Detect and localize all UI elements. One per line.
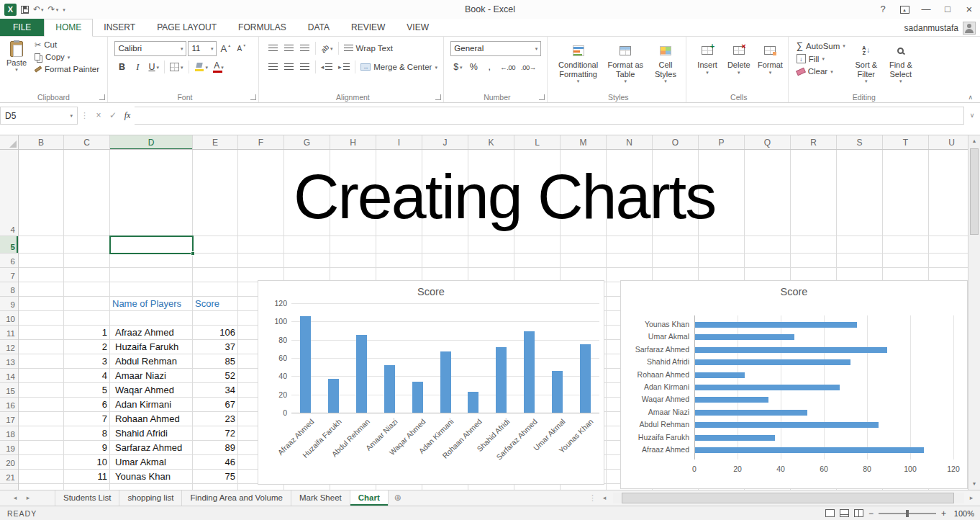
cut-button[interactable]: ✂Cut [32,40,101,50]
align-middle-button[interactable] [282,41,296,56]
sheet-tab-shopping-list[interactable]: shopping list [119,490,182,506]
row-header-12[interactable]: 12 [0,340,18,354]
zoom-slider-thumb[interactable] [906,510,909,517]
maximize-button[interactable]: □ [937,0,958,19]
chart-bar[interactable] [695,347,887,353]
percent-style-button[interactable]: % [466,60,481,75]
horizontal-scroll-thumb[interactable] [622,493,954,503]
cell-D15[interactable]: Waqar Ahmed [110,383,193,398]
cell-D9[interactable]: Name of Players [110,297,193,311]
row-header-14[interactable]: 14 [0,369,18,383]
copy-button[interactable]: Copy▾ [32,52,101,62]
cell-D12[interactable]: Huzaifa Farukh [110,340,193,354]
vertical-scroll-thumb[interactable] [970,148,979,235]
insert-cells-button[interactable]: Insert ▾ [693,40,722,75]
autosum-button[interactable]: ∑AutoSum▾ [794,40,848,51]
column-header-K[interactable]: K [468,135,514,150]
font-name-combo[interactable]: Calibri▾ [114,41,186,56]
cell-C17[interactable]: 7 [64,412,110,426]
column-header-H[interactable]: H [330,135,376,150]
ribbon-tab-page-layout[interactable]: PAGE LAYOUT [146,19,227,36]
column-header-B[interactable]: B [19,135,64,150]
column-header-I[interactable]: I [376,135,422,150]
column-header-G[interactable]: G [284,135,330,150]
sheet-nav-left[interactable]: ◂ [9,490,22,506]
cell-E20[interactable]: 46 [193,455,238,470]
ribbon-tab-formulas[interactable]: FORMULAS [227,19,297,36]
fill-handle[interactable] [191,251,195,256]
format-painter-button[interactable]: Format Painter [32,64,101,74]
sort-filter-button[interactable]: AZ↓ Sort & Filter ▾ [849,40,884,84]
ribbon-tab-file[interactable]: FILE [0,19,44,36]
row-header-17[interactable]: 17 [0,412,18,426]
chart-bar[interactable] [524,331,535,413]
vertical-scrollbar[interactable]: ▴ ▾ [968,135,980,490]
paste-button[interactable]: Paste ▾ [2,40,31,74]
font-color-button[interactable]: A▾ [212,60,226,75]
chart-bar[interactable] [300,316,311,413]
scroll-down-icon[interactable]: ▾ [968,478,980,490]
row-header-16[interactable]: 16 [0,398,18,412]
row-header-19[interactable]: 19 [0,441,18,455]
cell-E12[interactable]: 37 [193,340,238,354]
bar-chart[interactable]: Score020406080100120Younas KhanUmar Akma… [620,280,968,489]
comma-style-button[interactable]: , [482,60,496,75]
cell-C15[interactable]: 5 [64,383,110,398]
cell-C13[interactable]: 3 [64,354,110,369]
save-button[interactable] [21,6,29,14]
cell-C12[interactable]: 2 [64,340,110,354]
align-left-button[interactable] [266,60,281,75]
expand-formula-bar-button[interactable]: ∨ [964,107,980,125]
new-sheet-button[interactable]: ⊕ [389,490,407,506]
accounting-format-button[interactable]: $▾ [450,60,465,75]
grow-font-button[interactable]: A▴ [218,41,232,56]
cell-E15[interactable]: 34 [193,383,238,398]
column-header-M[interactable]: M [561,135,607,150]
cell-E16[interactable]: 67 [193,398,238,412]
formula-input[interactable] [135,107,964,125]
cell-C18[interactable]: 8 [64,426,110,441]
cell-C19[interactable]: 9 [64,441,110,455]
page-layout-view-button[interactable] [840,509,849,517]
row-header-20[interactable]: 20 [0,455,18,470]
zoom-level[interactable]: 100% [951,509,974,518]
cancel-button[interactable]: × [91,107,106,125]
ribbon-tab-review[interactable]: REVIEW [340,19,396,36]
ribbon-tab-view[interactable]: VIEW [396,19,440,36]
select-all-button[interactable] [0,135,19,150]
align-right-button[interactable] [298,60,312,75]
zoom-in-button[interactable]: + [941,508,946,519]
decrease-decimal-button[interactable]: .00→ [519,60,538,75]
font-dialog-launcher[interactable] [250,94,256,100]
chart-bar[interactable] [468,392,478,413]
chart-bar[interactable] [440,351,451,413]
chart-bar[interactable] [412,382,423,413]
row-header-5[interactable]: 5 [0,236,18,254]
ribbon-tab-home[interactable]: HOME [44,19,93,37]
delete-cells-button[interactable]: Delete ▾ [725,40,753,75]
bold-button[interactable]: B [114,60,129,75]
decrease-indent-button[interactable]: ◂ [319,60,335,75]
sheet-tab-students-list[interactable]: Students List [55,490,119,506]
scroll-up-icon[interactable]: ▴ [968,135,980,147]
borders-button[interactable]: ▾ [168,60,186,75]
chart-bar[interactable] [695,372,745,378]
cell-C11[interactable]: 1 [64,326,110,340]
chart-bar[interactable] [695,435,775,441]
sheet-tab-mark-sheet[interactable]: Mark Sheet [291,490,350,506]
find-select-button[interactable]: Find & Select ▾ [884,40,918,84]
row-header-6[interactable]: 6 [0,254,18,268]
clear-button[interactable]: Clear▾ [794,66,848,76]
close-button[interactable]: × [958,0,980,19]
align-bottom-button[interactable] [298,41,312,56]
column-chart[interactable]: Score020406080100120Afraaz AhmedHuzaifa … [258,280,604,485]
row-header-8[interactable]: 8 [0,282,18,297]
cell-D20[interactable]: Umar Akmal [110,455,193,470]
italic-button[interactable]: I [130,60,145,75]
sheet-tab-chart[interactable]: Chart [350,490,389,506]
chart-bar[interactable] [384,365,395,413]
chart-bar[interactable] [356,335,367,413]
cell-D13[interactable]: Abdul Rehman [110,354,193,369]
column-header-T[interactable]: T [883,135,929,150]
wrap-text-button[interactable]: Wrap Text [342,43,395,53]
